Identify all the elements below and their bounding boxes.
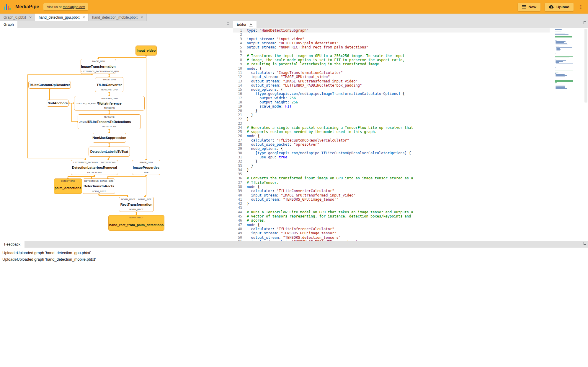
code-line[interactable]: 27 calculator: "TfLiteCustomOpResolverCa…	[233, 138, 550, 142]
code-line[interactable]: 13 output_stream: "IMAGE_GPU:transformed…	[233, 79, 550, 83]
graph-node-tflite_inference[interactable]: TENSORS_GPUTfLiteInferenceTENSORSCUSTOM_…	[74, 96, 145, 111]
graph-node-tflite_tensors_to_detections[interactable]: TENSORSTfLiteTensorsToDetectionsDETECTIO…	[78, 114, 141, 129]
download-icon[interactable]	[249, 23, 253, 27]
tab-close-icon[interactable]: ✕	[82, 15, 85, 20]
line-number: 2	[233, 33, 242, 37]
code-line[interactable]: 12 input_stream: "IMAGE_GPU:input_video"	[233, 75, 550, 79]
minimap-line	[555, 33, 565, 33]
port-label: IMAGE_GPU	[92, 60, 105, 63]
code-line[interactable]: 2	[233, 33, 550, 37]
code-line[interactable]: 41 output_stream: "TENSORS_GPU:image_ten…	[233, 197, 550, 202]
code-line[interactable]: 38node {	[233, 185, 550, 189]
code-line[interactable]: 18 output_height: 256	[233, 100, 550, 104]
file-tab-graph-0[interactable]: Graph_0.pbtxt ✕	[0, 14, 35, 21]
code-line[interactable]: 45# vector of tensors representing, for …	[233, 214, 550, 218]
expand-graph-icon[interactable]	[227, 22, 229, 25]
graph-node-tflite_converter[interactable]: IMAGE_GPUTfLiteConverterTENSORS_GPU	[95, 77, 123, 92]
code-line[interactable]: 16 [type.googleapis.com/mediapipe.ImageT…	[233, 92, 550, 96]
code-line[interactable]: 29 node_options: {	[233, 147, 550, 151]
graph-node-image_transformation[interactable]: IMAGE_GPUImageTransformationLETTERBOX_PA…	[81, 59, 116, 74]
code-line[interactable]: 32 }	[233, 159, 550, 163]
code-line[interactable]: 37# TfLiteTensor.	[233, 181, 550, 185]
line-number: 35	[233, 172, 242, 176]
code-line[interactable]: 36# Converts the transformed input image…	[233, 176, 550, 180]
code-line[interactable]: 1type: "HandDetectionSubgraph"	[233, 28, 550, 33]
code-line[interactable]: 44# Runs a TensorFlow Lite model on GPU …	[233, 210, 550, 214]
code-line[interactable]: 21 }	[233, 113, 550, 117]
editor-minimap[interactable]	[555, 29, 582, 90]
code-line[interactable]: 46# scores.	[233, 218, 550, 223]
line-number: 48	[233, 227, 242, 231]
code-line[interactable]: 14 output_stream: "LETTERBOX_PADDING:let…	[233, 83, 550, 87]
port-label: DETECTIONS	[101, 161, 115, 164]
line-number: 18	[233, 100, 242, 104]
graph-canvas[interactable]: input_videoIMAGE_GPUImageTransformationL…	[0, 28, 231, 241]
code-line[interactable]: 8# image, the scale_mode option is set t…	[233, 58, 550, 62]
tab-graph[interactable]: Graph	[0, 21, 17, 28]
code-line[interactable]: 7# Transforms the input image on GPU to …	[233, 54, 550, 58]
code-line[interactable]: 6	[233, 49, 550, 53]
tab-close-icon[interactable]: ✕	[29, 15, 32, 20]
code-line[interactable]: 40 input_stream: "IMAGE_GPU:transformed_…	[233, 193, 550, 197]
code-line[interactable]: 10node: {	[233, 66, 550, 71]
code-line[interactable]: 20 }	[233, 109, 550, 113]
graph-node-hand_rect_from_palm_detections[interactable]: NORM_RECThand_rect_from_palm_detections	[108, 215, 164, 231]
code-editor[interactable]: 1type: "HandDetectionSubgraph"23input_st…	[233, 28, 588, 241]
code-line[interactable]: 39 calculator: "TfLiteConverterCalculato…	[233, 189, 550, 193]
code-line[interactable]: 9# resulting in potential letterboxing i…	[233, 62, 550, 66]
code-line[interactable]: 4output_stream: "DETECTIONS:palm_detecti…	[233, 41, 550, 45]
code-line[interactable]: 25# supports custom ops needed by the mo…	[233, 130, 550, 134]
code-line[interactable]: 11 calculator: "ImageTransformationCalcu…	[233, 71, 550, 75]
code-line[interactable]: 19 scale_mode: FIT	[233, 104, 550, 108]
graph-node-detection_letterbox_removal[interactable]: LETTERBOX_PADDINGDETECTIONSDetectionLett…	[71, 160, 118, 175]
line-number: 36	[233, 176, 242, 180]
scrollbar-thumb[interactable]	[584, 29, 587, 103]
graph-node-ssd_anchors[interactable]: SsdAnchors	[47, 100, 69, 107]
code-line[interactable]: 31 use_gpu: true	[233, 155, 550, 159]
graph-node-detections_to_rects[interactable]: DETECTIONSIMAGE_SIZEDetectionsToRectsNOR…	[83, 178, 115, 194]
code-line[interactable]: 30 [type.googleapis.com/mediapipe.TfLite…	[233, 151, 550, 155]
code-line[interactable]: 23	[233, 121, 550, 126]
graph-node-tflite_custom_op_resolver[interactable]: TfLiteCustomOpResolver	[28, 81, 71, 89]
editor-scrollbar[interactable]	[584, 28, 588, 241]
code-line[interactable]: 28 output_side_packet: "opresolver"	[233, 142, 550, 147]
code-line[interactable]: 5output_stream: "NORM_RECT:hand_rect_fro…	[233, 45, 550, 49]
code-line[interactable]: 34}	[233, 168, 550, 172]
expand-feedback-icon[interactable]	[584, 242, 586, 245]
tab-close-icon[interactable]: ✕	[141, 15, 143, 20]
code-line[interactable]: 24# Generates a single side packet conta…	[233, 126, 550, 130]
code-line[interactable]: 22}	[233, 117, 550, 121]
tab-feedback[interactable]: Feedback	[0, 241, 24, 248]
code-line[interactable]: 47node {	[233, 223, 550, 227]
new-button[interactable]: New	[518, 3, 540, 11]
code-line[interactable]: 50 output_stream: "TENSORS:detection_ten…	[233, 236, 550, 240]
file-tab-hand-detection-gpu[interactable]: hand_detection_gpu.pbtxt ✕	[35, 14, 89, 21]
code-line[interactable]: 17 output_width: 256	[233, 96, 550, 100]
app-header: MediaPipe Visit us at mediapipe.dev New …	[0, 0, 588, 14]
code-line[interactable]: 3input_stream: "input_video"	[233, 37, 550, 41]
expand-editor-icon[interactable]	[584, 21, 586, 24]
code-line[interactable]: 35	[233, 172, 550, 176]
minimap-line	[555, 84, 556, 84]
visit-badge[interactable]: Visit us at mediapipe.dev	[43, 3, 88, 10]
graph-node-input_video[interactable]: input_video	[135, 46, 157, 56]
more-options-icon[interactable]: ⋮	[578, 4, 584, 9]
tab-editor[interactable]: Editor	[233, 21, 257, 28]
code-line[interactable]: 49 input_stream: "TENSORS_GPU:image_tens…	[233, 231, 550, 235]
code-line[interactable]: 15 node_options: {	[233, 87, 550, 92]
graph-node-palm_detections[interactable]: DETECTIONSpalm_detections	[54, 178, 82, 194]
line-number: 41	[233, 197, 242, 202]
mediapipe-link[interactable]: mediapipe.dev	[63, 5, 85, 9]
upload-button[interactable]: Upload	[545, 3, 574, 11]
code-line[interactable]: 33 }	[233, 164, 550, 168]
graph-node-detection_label_id_to_text[interactable]: DetectionLabelIdToText	[89, 147, 130, 157]
line-number: 32	[233, 159, 242, 163]
file-tab-hand-detection-mobile[interactable]: hand_detection_mobile.pbtxt ✕	[89, 14, 147, 21]
code-line[interactable]: 26node {	[233, 134, 550, 138]
code-line[interactable]: 48 calculator: "TfLiteInferenceCalculato…	[233, 227, 550, 231]
graph-node-non_max_suppression[interactable]: NonMaxSuppression	[93, 133, 126, 143]
code-line[interactable]: 43	[233, 206, 550, 210]
graph-node-image_properties[interactable]: IMAGE_GPUImagePropertiesSIZE	[132, 160, 160, 175]
graph-node-rect_transformation[interactable]: NORM_RECTIMAGE_SIZERectTransformationNOR…	[119, 197, 154, 212]
code-line[interactable]: 42}	[233, 202, 550, 206]
